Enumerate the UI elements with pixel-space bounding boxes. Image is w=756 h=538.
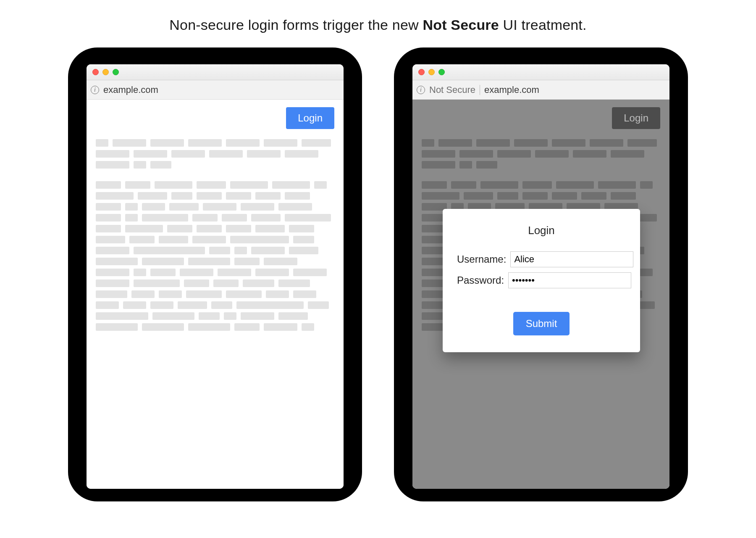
placeholder-bar xyxy=(278,280,310,287)
placeholder-bar xyxy=(152,312,194,320)
address-divider xyxy=(480,85,480,95)
placeholder-bar xyxy=(497,192,518,200)
placeholder-bar xyxy=(241,312,274,320)
placeholder-bar xyxy=(125,181,150,189)
placeholder-bar xyxy=(535,150,569,158)
placeholder-bar xyxy=(422,150,455,158)
placeholder-bar xyxy=(155,181,192,189)
placeholder-bar xyxy=(285,214,331,222)
placeholder-bar xyxy=(230,236,289,243)
placeholder-bar xyxy=(522,181,552,189)
close-icon[interactable] xyxy=(418,69,425,75)
placeholder-bar xyxy=(476,139,510,147)
placeholder-paragraph xyxy=(96,139,334,169)
placeholder-bar xyxy=(169,203,199,211)
maximize-icon[interactable] xyxy=(113,69,119,75)
placeholder-bar xyxy=(159,236,188,243)
minimize-icon[interactable] xyxy=(102,69,109,75)
placeholder-bar xyxy=(293,236,314,243)
placeholder-bar xyxy=(96,139,108,147)
placeholder-bar xyxy=(134,161,146,169)
right-viewport: Login Login Username: Password: Subm xyxy=(412,100,669,489)
placeholder-bar xyxy=(211,301,232,309)
placeholder-bar xyxy=(96,150,129,158)
placeholder-bar xyxy=(222,214,247,222)
login-button[interactable]: Login xyxy=(612,107,660,129)
left-browser-wrapper: i example.com Login xyxy=(68,47,362,501)
placeholder-bar xyxy=(134,280,180,287)
caption-prefix: Non-secure login forms trigger the new xyxy=(169,17,423,33)
placeholder-bar xyxy=(264,139,297,147)
placeholder-bar xyxy=(251,214,281,222)
placeholder-bar xyxy=(213,280,239,287)
placeholder-bar xyxy=(438,139,472,147)
right-titlebar xyxy=(412,64,669,80)
placeholder-bar xyxy=(199,312,220,320)
placeholder-bar xyxy=(255,192,281,200)
placeholder-bar xyxy=(289,225,314,232)
placeholder-bar xyxy=(150,269,176,276)
placeholder-bar xyxy=(125,225,163,232)
username-input[interactable] xyxy=(510,251,633,267)
placeholder-bar xyxy=(96,192,134,200)
placeholder-bar xyxy=(522,192,548,200)
placeholder-bar xyxy=(293,290,316,298)
placeholder-bar xyxy=(230,181,268,189)
maximize-icon[interactable] xyxy=(438,69,445,75)
placeholder-bar xyxy=(96,214,121,222)
placeholder-bar xyxy=(134,247,205,254)
placeholder-bar xyxy=(171,150,205,158)
placeholder-bar xyxy=(226,225,251,232)
placeholder-bar xyxy=(422,139,434,147)
left-address-bar[interactable]: i example.com xyxy=(87,80,344,100)
placeholder-bar xyxy=(96,258,138,265)
placeholder-bar xyxy=(203,203,236,211)
placeholder-bar xyxy=(314,181,327,189)
placeholder-bar xyxy=(226,139,260,147)
submit-button[interactable]: Submit xyxy=(513,312,570,335)
placeholder-bar xyxy=(598,181,636,189)
placeholder-bar xyxy=(96,225,121,232)
left-viewport: Login xyxy=(87,100,344,489)
placeholder-bar xyxy=(266,290,289,298)
placeholder-bar xyxy=(243,280,274,287)
placeholder-bar xyxy=(278,312,308,320)
right-address-bar[interactable]: i Not Secure example.com xyxy=(412,80,669,100)
username-label: Username: xyxy=(457,253,510,265)
placeholder-bar xyxy=(285,192,310,200)
placeholder-bar xyxy=(236,301,304,309)
placeholder-bar xyxy=(556,181,594,189)
placeholder-bar xyxy=(234,247,247,254)
modal-title: Login xyxy=(457,224,626,237)
right-browser-window: i Not Secure example.com Login Login Use… xyxy=(412,64,669,489)
placeholder-bar xyxy=(167,225,192,232)
placeholder-bar xyxy=(497,150,531,158)
right-browser-wrapper: i Not Secure example.com Login Login Use… xyxy=(394,47,688,501)
left-browser-window: i example.com Login xyxy=(87,64,344,489)
placeholder-bar xyxy=(96,290,127,298)
submit-row: Submit xyxy=(457,312,626,335)
left-url-text: example.com xyxy=(103,84,158,95)
placeholder-bar xyxy=(241,203,274,211)
placeholder-paragraph xyxy=(422,139,660,169)
caption-bold: Not Secure xyxy=(423,17,499,33)
password-row: Password: xyxy=(457,272,626,288)
placeholder-bar xyxy=(188,258,230,265)
placeholder-bar xyxy=(96,269,129,276)
placeholder-bar xyxy=(192,214,218,222)
placeholder-bar xyxy=(209,247,230,254)
minimize-icon[interactable] xyxy=(428,69,435,75)
info-icon[interactable]: i xyxy=(91,86,99,94)
placeholder-bar xyxy=(278,203,312,211)
placeholder-bar xyxy=(192,236,226,243)
login-button[interactable]: Login xyxy=(286,107,334,129)
password-input[interactable] xyxy=(508,272,631,288)
placeholder-bar xyxy=(251,247,285,254)
left-login-row: Login xyxy=(96,107,334,129)
placeholder-bar xyxy=(234,323,260,331)
placeholder-bar xyxy=(96,203,121,211)
close-icon[interactable] xyxy=(92,69,99,75)
info-icon[interactable]: i xyxy=(417,86,425,94)
left-titlebar xyxy=(87,64,344,80)
placeholder-bar xyxy=(96,312,148,320)
